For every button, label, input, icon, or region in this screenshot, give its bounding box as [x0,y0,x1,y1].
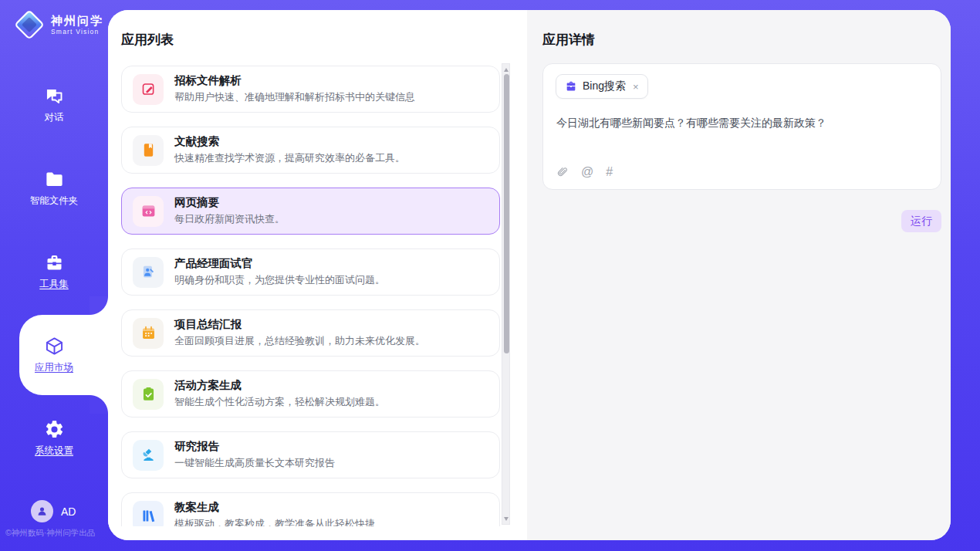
app-name: 教案生成 [174,501,375,514]
briefcase-icon [565,80,577,93]
tool-tag-bing-search[interactable]: Bing搜索 × [556,74,648,99]
sidebar-item-对话[interactable]: 对话 [0,63,108,147]
brand-diamond-icon [14,9,45,40]
sidebar-item-应用市场[interactable]: 应用市场 [0,313,108,397]
app-name: 活动方案生成 [174,379,385,392]
folder-icon [44,169,65,190]
app-list-title: 应用列表 [121,31,174,49]
app-name: 招标文件解析 [174,74,415,87]
main-content: 应用列表 招标文件解析 帮助用户快速、准确地理解和解析招标书中的关键信息 文献搜… [108,10,951,540]
app-name: 项目总结汇报 [174,318,425,331]
app-card-文献搜索[interactable]: 文献搜索 快速精准查找学术资源，提高研究效率的必备工具。 [121,127,500,174]
app-list: 招标文件解析 帮助用户快速、准确地理解和解析招标书中的关键信息 文献搜索 快速精… [121,66,500,526]
scroll-down-icon[interactable] [502,514,509,523]
app-description: 模板驱动，教案秒成，教学准备从此轻松快捷 [174,517,375,526]
app-detail-title: 应用详情 [542,31,595,49]
attachment-icon[interactable] [556,165,569,179]
cube-icon [44,336,65,357]
avatar[interactable] [31,500,53,522]
app-description: 一键智能生成高质量长文本研究报告 [174,456,335,470]
calendar-icon [133,318,164,349]
sidebar-item-label: 系统设置 [35,445,73,458]
app-description: 智能生成个性化活动方案，轻松解决规划难题。 [174,395,385,409]
hash-icon[interactable]: # [606,165,613,179]
scrollbar-thumb[interactable] [504,74,509,353]
app-card-项目总结汇报[interactable]: 项目总结汇报 全面回顾项目进展，总结经验教训，助力未来优化发展。 [121,309,500,357]
browser-icon [133,196,164,227]
app-card-网页摘要[interactable]: 网页摘要 每日政府新闻资讯快查。 [121,188,500,235]
app-description: 快速精准查找学术资源，提高研究效率的必备工具。 [174,151,405,165]
book-icon [133,135,164,166]
app-card-活动方案生成[interactable]: 活动方案生成 智能生成个性化活动方案，轻松解决规划难题。 [121,370,500,417]
app-description: 帮助用户快速、准确地理解和解析招标书中的关键信息 [174,90,415,104]
active-fillet-bottom [90,395,108,414]
tag-close-icon[interactable]: × [633,82,639,92]
app-description: 明确身份和职责，为您提供专业性的面试问题。 [174,273,385,287]
clipboard-check-icon [133,379,164,410]
app-card-研究报告[interactable]: 研究报告 一键智能生成高质量长文本研究报告 [121,431,500,478]
app-detail-panel: 应用详情 Bing搜索 × 今日湖北有哪些新闻要点？有哪些需要关注的最新政策？ … [527,10,951,540]
app-card-招标文件解析[interactable]: 招标文件解析 帮助用户快速、准确地理解和解析招标书中的关键信息 [121,66,500,113]
app-card-教案生成[interactable]: 教案生成 模板驱动，教案秒成，教学准备从此轻松快捷 [121,492,500,526]
sidebar: 神州问学 Smart Vision 对话 智能文件夹 工具集 应用市场 系统设置… [0,0,108,551]
sidebar-item-label: 智能文件夹 [30,194,79,208]
sidebar-item-label: 对话 [45,111,64,124]
query-text: 今日湖北有哪些新闻要点？有哪些需要关注的最新政策？ [556,115,928,131]
prompt-card[interactable]: Bing搜索 × 今日湖北有哪些新闻要点？有哪些需要关注的最新政策？ @# [542,63,941,190]
brand-subtitle: Smart Vision [51,28,103,35]
app-name: 研究报告 [174,440,335,453]
sidebar-item-智能文件夹[interactable]: 智能文件夹 [0,147,108,230]
app-name: 产品经理面试官 [174,257,385,270]
app-list-panel: 应用列表 招标文件解析 帮助用户快速、准确地理解和解析招标书中的关键信息 文献搜… [108,10,527,540]
sidebar-nav: 对话 智能文件夹 工具集 应用市场 系统设置 [0,63,108,480]
copyright-footer: ©神州数码·神州问学出品 [5,528,106,539]
tag-label: Bing搜索 [583,79,626,93]
user-icon [35,505,49,518]
active-fillet-top [90,296,108,315]
app-description: 全面回顾项目进展，总结经验教训，助力未来优化发展。 [174,334,425,348]
toolbox-icon [44,252,65,273]
brand-logo: 神州问学 Smart Vision [14,9,103,40]
mention-icon[interactable]: @ [581,165,593,179]
doc-edit-icon [133,74,164,105]
scrollbar[interactable] [502,63,510,525]
gear-icon [44,419,65,440]
sidebar-item-label: 应用市场 [35,361,73,374]
microscope-icon [133,440,164,471]
app-name: 文献搜索 [174,135,405,148]
user-row[interactable]: AD [31,500,76,522]
app-name: 网页摘要 [174,196,285,209]
brand-name: 神州问学 [51,14,103,27]
app-description: 每日政府新闻资讯快查。 [174,212,285,226]
input-toolbar: @# [556,165,613,179]
scroll-up-icon[interactable] [502,65,509,74]
app-card-产品经理面试官[interactable]: 产品经理面试官 明确身份和职责，为您提供专业性的面试问题。 [121,248,500,296]
chat-icon [44,86,65,106]
books-icon [133,501,164,527]
user-initials: AD [61,505,76,518]
run-button[interactable]: 运行 [901,210,941,232]
interview-icon [133,257,164,288]
sidebar-item-label: 工具集 [39,278,69,291]
